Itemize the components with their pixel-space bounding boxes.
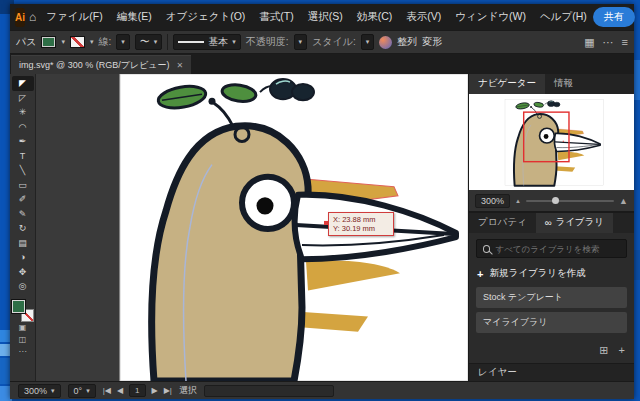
- library-search-icon: [483, 245, 490, 253]
- brush-definition-field[interactable]: 〜▾: [135, 34, 163, 50]
- right-dock: ナビゲーター 情報 300% ▲ ▲ プロパティ ∞ ライブラ: [468, 74, 634, 381]
- tool-magic-wand[interactable]: ✳: [12, 105, 34, 120]
- tool-type[interactable]: T: [12, 149, 34, 164]
- new-library-icon[interactable]: ⊞: [599, 344, 608, 357]
- tool-direct-selection[interactable]: ◸: [12, 91, 34, 106]
- graphic-style-field[interactable]: ▾: [361, 34, 375, 50]
- document-tab-title: img.svg* @ 300 % (RGB/プレビュー): [19, 59, 170, 72]
- library-item-stock[interactable]: Stock テンプレート: [476, 287, 627, 308]
- rectangle-tool-icon: ▭: [18, 180, 27, 190]
- line-sample-icon: [178, 41, 204, 43]
- titlebar: Ai ⌂ ファイル(F) 編集(E) オブジェクト(O) 書式(T) 選択(S)…: [10, 4, 634, 30]
- tab-close-icon[interactable]: ✕: [177, 61, 184, 70]
- navigator-zoom-field[interactable]: 300%: [475, 194, 510, 208]
- draw-mode-icon[interactable]: ▣: [12, 322, 34, 334]
- toolbar: ◤ ◸ ✳ ◠ ✒ T ╲ ▭ ✐ ✎ ↻ ▤ ◑ ✥ ◎ ▣ ◫ ⋯: [10, 74, 36, 381]
- magic-wand-tool-icon: ✳: [19, 107, 27, 117]
- tool-pen[interactable]: ✒: [12, 134, 34, 149]
- tool-eyedropper[interactable]: ◑: [12, 250, 34, 265]
- libraries-panel: + 新規ライブラリを作成 Stock テンプレート マイライブラリ ⊞ +: [469, 233, 634, 363]
- tooltip-y-value: Y: 30.19 mm: [333, 224, 389, 233]
- document-tab-bar: img.svg* @ 300 % (RGB/プレビュー) ✕: [10, 54, 634, 74]
- layers-label: レイヤー: [478, 366, 517, 379]
- artboard-number-field[interactable]: 1: [129, 384, 145, 397]
- edit-toolbar-icon[interactable]: ⋯: [12, 346, 34, 358]
- fill-swatch[interactable]: [12, 300, 25, 313]
- stroke-color-swatch[interactable]: [70, 36, 85, 48]
- stroke-weight-field[interactable]: ▾: [116, 34, 130, 50]
- menu-view[interactable]: 表示(V): [400, 7, 447, 27]
- navigator-zoom-slider[interactable]: [526, 200, 614, 202]
- plus-icon: +: [477, 268, 483, 280]
- library-search[interactable]: [476, 239, 627, 258]
- add-content-icon[interactable]: +: [619, 344, 625, 357]
- tool-line-segment[interactable]: ╲: [12, 163, 34, 178]
- menu-type[interactable]: 書式(T): [253, 7, 299, 27]
- paintbrush-tool-icon: ✐: [19, 194, 27, 204]
- create-library-button[interactable]: + 新規ライブラリを作成: [477, 267, 626, 280]
- status-mode-label: 選択: [179, 384, 197, 397]
- libraries-footer: ⊞ +: [476, 342, 627, 359]
- tab-properties[interactable]: プロパティ: [469, 213, 536, 233]
- tool-rotate[interactable]: ↻: [12, 221, 34, 236]
- document-tab[interactable]: img.svg* @ 300 % (RGB/プレビュー) ✕: [11, 55, 191, 74]
- lasso-tool-icon: ◠: [19, 122, 27, 132]
- tool-zoom[interactable]: ◎: [12, 279, 34, 294]
- panel-menu-icon[interactable]: ≡: [622, 36, 628, 49]
- tab-libraries[interactable]: ∞ ライブラリ: [536, 213, 613, 233]
- recolor-artwork-icon[interactable]: [379, 36, 392, 49]
- tool-pencil[interactable]: ✎: [12, 207, 34, 222]
- rotate-tool-icon: ↻: [19, 223, 27, 233]
- artboard-navigation: |◀ ◀ 1 ▶ ▶|: [103, 384, 172, 397]
- zoom-level-select[interactable]: 300%▾: [18, 384, 61, 398]
- menu-effect[interactable]: 効果(C): [351, 7, 399, 27]
- fill-stroke-widget[interactable]: [12, 300, 34, 322]
- library-item-my[interactable]: マイライブラリ: [476, 312, 627, 333]
- navigator-panel-tabs: ナビゲーター 情報: [469, 74, 634, 94]
- isolate-icon[interactable]: ▦: [584, 36, 594, 49]
- layers-panel-tab[interactable]: レイヤー: [469, 363, 634, 381]
- gradient-tool-icon: ▤: [18, 238, 27, 248]
- zoom-in-icon[interactable]: ▲: [619, 196, 628, 206]
- last-artboard-icon[interactable]: ▶|: [164, 386, 172, 395]
- menu-file[interactable]: ファイル(F): [40, 7, 108, 27]
- home-icon[interactable]: ⌂: [29, 10, 36, 24]
- fill-color-swatch[interactable]: [41, 36, 56, 48]
- library-search-input[interactable]: [495, 244, 620, 254]
- pencil-tool-icon: ✎: [19, 209, 27, 219]
- stroke-style-field[interactable]: 基本▾: [173, 34, 241, 50]
- app-logo-icon[interactable]: Ai: [15, 8, 25, 27]
- tab-info[interactable]: 情報: [545, 74, 582, 94]
- align-button[interactable]: 整列: [397, 35, 417, 49]
- tool-hand[interactable]: ✥: [12, 265, 34, 280]
- canvas-area[interactable]: X: 23.88 mm Y: 30.19 mm: [36, 74, 468, 381]
- control-bar: パス ▾ ▾ 線: ▾ 〜▾ 基本▾ 不透明度: ▾ スタイル: ▾ 整列 変形…: [10, 30, 634, 54]
- menu-help[interactable]: ヘルプ(H): [534, 7, 593, 27]
- rotation-select[interactable]: 0°▾: [68, 384, 96, 398]
- menu-window[interactable]: ウィンドウ(W): [449, 7, 532, 27]
- first-artboard-icon[interactable]: |◀: [103, 386, 111, 395]
- fill-caret-icon[interactable]: ▾: [61, 38, 65, 46]
- tool-lasso[interactable]: ◠: [12, 120, 34, 135]
- more-options-icon[interactable]: ⋯: [603, 36, 614, 49]
- tool-selection[interactable]: ◤: [12, 76, 34, 91]
- tab-navigator[interactable]: ナビゲーター: [469, 74, 545, 94]
- menu-select[interactable]: 選択(S): [302, 7, 349, 27]
- transform-button[interactable]: 変形: [422, 35, 442, 49]
- menu-object[interactable]: オブジェクト(O): [160, 7, 252, 27]
- opacity-label: 不透明度:: [246, 35, 289, 49]
- stroke-caret-icon[interactable]: ▾: [90, 38, 94, 46]
- tool-paintbrush[interactable]: ✐: [12, 192, 34, 207]
- screen-mode-icon[interactable]: ◫: [12, 334, 34, 346]
- opacity-field[interactable]: ▾: [294, 34, 308, 50]
- navigator-thumbnail: [496, 96, 608, 188]
- zoom-out-icon[interactable]: ▲: [515, 198, 521, 204]
- tool-gradient[interactable]: ▤: [12, 236, 34, 251]
- tool-rectangle[interactable]: ▭: [12, 178, 34, 193]
- share-button[interactable]: 共有: [593, 7, 635, 27]
- prev-artboard-icon[interactable]: ◀: [117, 386, 123, 395]
- menu-edit[interactable]: 編集(E): [111, 7, 158, 27]
- navigator-preview[interactable]: [469, 94, 634, 190]
- bird-illustration: [36, 74, 468, 381]
- next-artboard-icon[interactable]: ▶: [152, 386, 158, 395]
